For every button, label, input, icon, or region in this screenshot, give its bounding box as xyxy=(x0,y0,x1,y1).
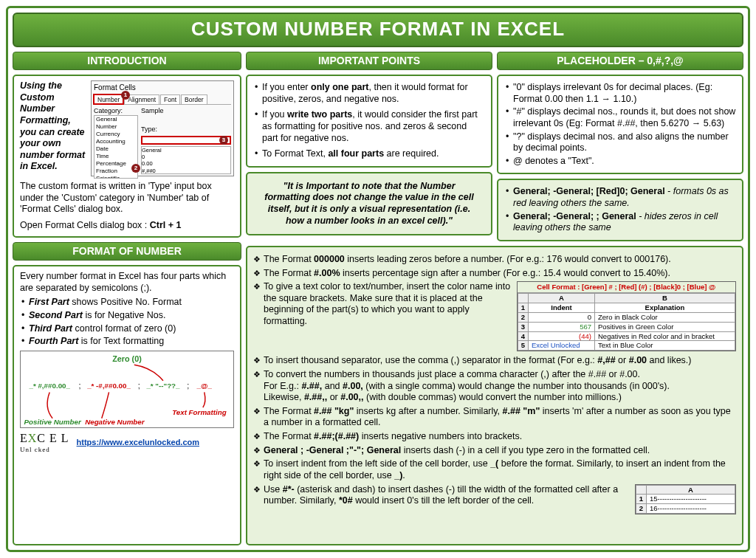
tip-8: General ; -General ;"-"; General inserts… xyxy=(253,445,736,457)
r3a: Excel Unlocked xyxy=(529,341,595,351)
svg-pos-lbl: Positive Number xyxy=(24,417,82,425)
fon-para: Every number format in Excel has four pa… xyxy=(20,271,234,294)
dialog-title: Format Cells xyxy=(94,83,231,93)
format-sample-list: General 0 0.00 #,##0 #,##0.00 xyxy=(141,146,231,174)
ph-3: @ denotes a "Text". xyxy=(504,156,736,168)
intro-para: The custom format is written in 'Type' i… xyxy=(20,181,234,216)
dash-r1: 15--------------------- xyxy=(647,495,735,504)
cat-scientific: Scientific xyxy=(94,175,137,179)
right-column: IMPORTANT POINTS If you enter only one p… xyxy=(246,52,743,546)
fmt-2: 0.00 xyxy=(142,160,230,167)
placeholder-header: PLACEHOLDER – 0,#,?,@ xyxy=(497,52,743,71)
dash-table: A 115--------------------- 216----------… xyxy=(635,484,736,515)
footer-row: EXC E L Unl cked https://www.excelunlock… xyxy=(20,431,234,454)
quote-text: "It is Important to note that the Number… xyxy=(253,178,485,230)
fon-box: Every number format in Excel has four pa… xyxy=(13,265,241,545)
tips-box: The Format 000000 inserts leading zeros … xyxy=(246,246,743,545)
important-header: IMPORTANT POINTS xyxy=(246,52,492,71)
fon-header: FORMAT OF NUMBER xyxy=(13,242,241,261)
h-indent: Indent xyxy=(529,303,595,312)
fmt-0: General xyxy=(142,147,230,154)
placeholder-box: "0" displays irrelevant 0s for decimal p… xyxy=(497,75,743,174)
gen-0: General; -General; [Red]0; General - for… xyxy=(504,186,736,209)
cat-general: General xyxy=(94,116,137,123)
tip-4: To insert thousand separator, use the co… xyxy=(253,355,736,367)
svg-pos-fmt: _* #,##0.00_ xyxy=(28,381,70,389)
tab-number: Number xyxy=(94,94,123,105)
fon-part-4: Fourth Part is for Text formatting xyxy=(20,336,234,348)
fon-diagram: Zero (0) _* #,##0.00_ ; _* -#,##0.00_ ; … xyxy=(20,351,234,428)
fmt-1: 0 xyxy=(142,154,230,160)
r1a: 567 xyxy=(529,322,595,331)
cat-accounting: Accounting xyxy=(94,138,137,145)
r1b: Positives in Green Color xyxy=(595,322,735,331)
tip-10: A 115--------------------- 216----------… xyxy=(253,484,736,507)
intro-shortcut: Open Format Cells dialog box : Ctrl + 1 xyxy=(20,220,234,232)
r2a: (44) xyxy=(529,331,595,341)
svg-text-lbl: Text Formatting xyxy=(172,408,227,416)
format-cells-dialog: Format Cells Number 1 Alignment Font Bor… xyxy=(91,80,234,176)
col-a: A xyxy=(529,294,595,303)
svg-neg-fmt: _* -#,##0.00_ xyxy=(86,381,131,389)
type-label: Type: xyxy=(141,125,231,134)
svg-text-fmt: _@_ xyxy=(196,381,213,389)
svg-zero-label: Zero (0) xyxy=(112,354,142,363)
tab-font: Font xyxy=(160,94,180,105)
imp-2: If you write two parts, it would conside… xyxy=(253,109,485,144)
fon-part-2: Second Part is for Negative Nos. xyxy=(20,310,234,322)
fon-part-1: First Part shows Positive No. Format xyxy=(20,297,234,309)
badge-3: 3 xyxy=(219,136,228,145)
tab-border: Border xyxy=(181,94,207,105)
intro-box: Using the Custom Number Formatting, you … xyxy=(13,75,241,238)
tip-6: The Format #.## "kg" inserts kg after a … xyxy=(253,406,736,429)
page-title: CUSTOM NUMBER FORMAT IN EXCEL xyxy=(13,13,743,47)
logo: EXC E L Unl cked xyxy=(20,431,69,454)
shortcut-key: Ctrl + 1 xyxy=(150,220,182,230)
r0a: 0 xyxy=(529,312,595,322)
color-table: Cell Format : [Green] # ; [Red] (#) ; [B… xyxy=(517,281,736,351)
cat-number: Number xyxy=(94,123,137,131)
r2b: Negatives in Red color and in bracket xyxy=(595,331,735,341)
svg-text:;: ; xyxy=(138,380,140,389)
general-box: General; -General; [Red]0; General - for… xyxy=(497,179,743,241)
ph-2: "?" displays decimal nos. and also align… xyxy=(504,131,736,154)
badge-2: 2 xyxy=(131,164,140,173)
svg-text:;: ; xyxy=(187,380,189,389)
fmt-3: #,##0 xyxy=(142,168,230,174)
site-link[interactable]: https://www.excelunlocked.com xyxy=(77,438,199,448)
svg-zero-fmt: _* "--"??_ xyxy=(145,381,180,389)
quote-box: "It is Important to note that the Number… xyxy=(246,172,492,236)
top-right-row: IMPORTANT POINTS If you enter only one p… xyxy=(246,52,743,241)
svg-text:;: ; xyxy=(78,380,80,389)
tip-3: Cell Format : [Green] # ; [Red] (#) ; [B… xyxy=(253,281,736,353)
ph-1: "#" displays decimal nos., rounds it, bu… xyxy=(504,106,736,129)
r3b: Text in Blue Color xyxy=(595,341,735,351)
important-box: If you enter only one part, then it woul… xyxy=(246,75,492,168)
cat-currency: Currency xyxy=(94,131,137,138)
left-column: INTRODUCTION Using the Custom Number For… xyxy=(13,52,241,546)
sample-label: Sample xyxy=(141,107,231,115)
dash-col: A xyxy=(647,485,735,495)
intro-header: INTRODUCTION xyxy=(13,52,241,71)
shortcut-label: Open Format Cells dialog box : xyxy=(20,220,150,230)
tip-7: The Format #.##;(#.##) inserts negative … xyxy=(253,431,736,443)
tip-2: The Format #.00% inserts percentage sign… xyxy=(253,268,736,280)
h-expl: Explanation xyxy=(595,303,735,312)
imp-1: If you enter only one part, then it woul… xyxy=(253,82,485,105)
cat-time: Time xyxy=(94,153,137,160)
col-b: B xyxy=(595,294,735,303)
fon-parts-list: First Part shows Positive No. Format Sec… xyxy=(20,297,234,348)
ph-0: "0" displays irrelevant 0s for decimal p… xyxy=(504,82,736,105)
gen-1: General; -General; ; General - hides zer… xyxy=(504,211,736,234)
r0b: Zero in Black Color xyxy=(595,312,735,322)
intro-lead: Using the Custom Number Formatting, you … xyxy=(20,80,86,176)
tip-1: The Format 000000 inserts leading zeros … xyxy=(253,254,736,266)
imp-3: To Format Text, all four parts are requi… xyxy=(253,148,485,160)
tip-5: To convert the numbers in thousands just… xyxy=(253,369,736,404)
page-frame: CUSTOM NUMBER FORMAT IN EXCEL INTRODUCTI… xyxy=(6,6,750,552)
cat-date: Date xyxy=(94,145,137,153)
type-input: 3 xyxy=(141,136,231,145)
dash-r2: 16--------------------- xyxy=(647,504,735,514)
badge-1: 1 xyxy=(121,91,130,100)
category-label: Category: xyxy=(94,107,138,115)
